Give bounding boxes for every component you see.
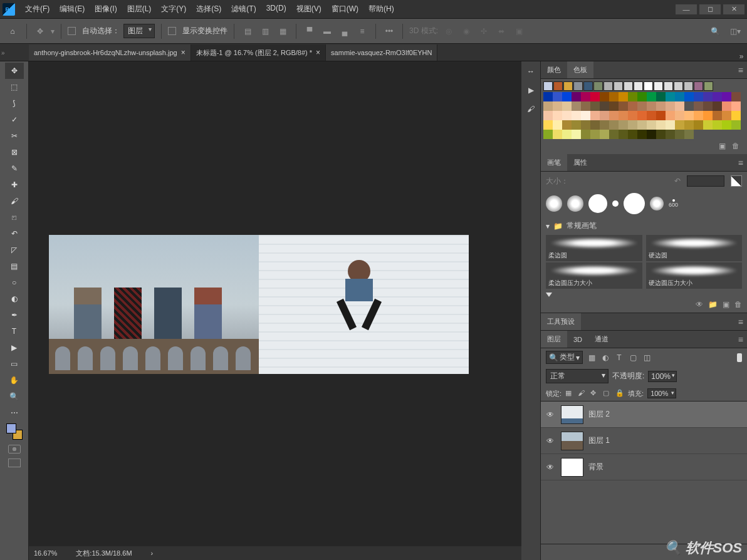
swatch[interactable]	[600, 130, 609, 139]
swatch[interactable]	[600, 111, 609, 120]
minimize-button[interactable]: —	[676, 4, 697, 14]
lock-all-icon[interactable]: 🔒	[615, 389, 624, 398]
swatch[interactable]	[644, 81, 653, 91]
filter-adjust-icon[interactable]: ◐	[600, 353, 610, 363]
eraser-tool[interactable]: ◸	[5, 242, 24, 258]
align-center-v-icon[interactable]: ▬	[320, 24, 334, 38]
swatch[interactable]	[590, 130, 600, 139]
swatch[interactable]	[722, 101, 731, 111]
lock-transparency-icon[interactable]: ▦	[565, 389, 574, 398]
swatch[interactable]	[619, 111, 628, 120]
pen-tool[interactable]: ✒	[5, 307, 24, 323]
swatch[interactable]	[553, 81, 563, 91]
panel-menu-icon[interactable]: ≡	[738, 334, 743, 345]
swatch[interactable]	[664, 81, 673, 91]
swatch[interactable]	[609, 92, 619, 101]
swatch[interactable]	[543, 92, 553, 101]
filter-shape-icon[interactable]: ▢	[628, 353, 638, 363]
swatch[interactable]	[581, 101, 590, 111]
menu-item[interactable]: 文字(Y)	[156, 1, 191, 17]
search-icon[interactable]: 🔍	[708, 24, 722, 38]
swatch[interactable]	[684, 111, 694, 120]
swatch[interactable]	[675, 101, 684, 111]
swatch[interactable]	[609, 111, 619, 120]
document-canvas[interactable]	[49, 235, 469, 374]
swatch[interactable]	[609, 101, 619, 111]
swatch[interactable]	[572, 92, 581, 101]
screen-mode-icon[interactable]	[8, 459, 21, 467]
swatch[interactable]	[634, 81, 643, 91]
swatch[interactable]	[619, 130, 628, 139]
swatch[interactable]	[628, 130, 637, 139]
move-tool-icon[interactable]: ✥	[33, 24, 47, 38]
swatch[interactable]	[647, 92, 656, 101]
text-tool[interactable]: T	[5, 323, 24, 340]
swatch[interactable]	[731, 101, 741, 111]
document-tab[interactable]: anthony-ginsbrook-Hr6dzqNLzhw-unsplash.j…	[29, 44, 191, 61]
swatch[interactable]	[614, 81, 623, 91]
swatch[interactable]	[675, 111, 684, 120]
auto-select-checkbox[interactable]	[68, 27, 76, 35]
flip-icon[interactable]: ↶	[674, 177, 681, 185]
visibility-icon[interactable]: 👁	[545, 463, 556, 472]
swatch[interactable]	[654, 81, 663, 91]
healing-tool[interactable]: ✚	[5, 177, 24, 193]
swatch[interactable]	[562, 111, 572, 120]
swatch[interactable]	[619, 92, 628, 101]
swatch[interactable]	[713, 111, 722, 120]
layer-filter-kind[interactable]: 🔍 类型 ▾	[546, 351, 583, 364]
home-icon[interactable]: ⌂	[5, 24, 20, 39]
canvas-area[interactable]: 16.67% 文档:15.3M/18.6M ›	[29, 61, 521, 560]
swatch[interactable]	[572, 111, 581, 120]
maximize-button[interactable]: ◻	[699, 4, 721, 14]
brush-size-field[interactable]	[687, 175, 724, 187]
menu-item[interactable]: 帮助(H)	[363, 1, 399, 17]
swatch[interactable]	[562, 130, 572, 139]
layer-thumbnail[interactable]	[561, 458, 583, 477]
lock-image-icon[interactable]: 🖌	[578, 389, 587, 398]
swatch[interactable]	[656, 130, 666, 139]
show-transform-checkbox[interactable]	[168, 27, 176, 35]
brush-preset[interactable]: 硬边圆	[646, 235, 743, 261]
stamp-tool[interactable]: ⏍	[5, 209, 24, 226]
brush-preview[interactable]	[567, 195, 583, 212]
swatch[interactable]	[637, 101, 647, 111]
swatch[interactable]	[562, 92, 572, 101]
swatch[interactable]	[590, 101, 600, 111]
filter-text-icon[interactable]: T	[614, 353, 624, 363]
swatch[interactable]	[543, 111, 553, 120]
swatch[interactable]	[666, 101, 675, 111]
swatch[interactable]	[637, 130, 647, 139]
swatch[interactable]	[656, 92, 666, 101]
document-tab[interactable]: 未标题-1 @ 16.7% (图层 2, RGB/8#) *×	[191, 44, 326, 61]
swatch[interactable]	[572, 130, 581, 139]
brush-tab[interactable]: 画笔	[541, 154, 567, 171]
swatch[interactable]	[684, 81, 693, 91]
distribute-icon[interactable]: ≡	[355, 24, 369, 38]
tabs-overflow-icon[interactable]: »	[736, 52, 747, 61]
layer-name[interactable]: 背景	[588, 462, 603, 472]
brush-folder-icon[interactable]: 📁	[708, 300, 718, 309]
swatches-tab[interactable]: 色板	[567, 61, 593, 78]
menu-item[interactable]: 窗口(W)	[326, 1, 363, 17]
color-swatch[interactable]	[6, 423, 23, 440]
brush-preview[interactable]	[612, 200, 619, 207]
blend-mode-select[interactable]: 正常	[546, 369, 609, 383]
menu-item[interactable]: 图层(L)	[122, 1, 157, 17]
swatch[interactable]	[562, 101, 572, 111]
swatch[interactable]	[628, 111, 637, 120]
swatch[interactable]	[619, 101, 628, 111]
swatch[interactable]	[581, 120, 590, 130]
blur-tool[interactable]: ○	[5, 274, 24, 291]
quick-select-tool[interactable]: ✓	[5, 111, 24, 128]
fill-field[interactable]: 100%	[647, 388, 676, 398]
brush-preview[interactable]	[650, 197, 664, 210]
swatch[interactable]	[703, 101, 713, 111]
swatch[interactable]	[647, 111, 656, 120]
swatch[interactable]	[694, 81, 703, 91]
brush-angle-icon[interactable]	[731, 175, 742, 187]
status-chevron-icon[interactable]: ›	[151, 549, 154, 557]
swatch[interactable]	[583, 81, 593, 91]
close-button[interactable]: ✕	[723, 4, 744, 14]
swatch[interactable]	[590, 92, 600, 101]
